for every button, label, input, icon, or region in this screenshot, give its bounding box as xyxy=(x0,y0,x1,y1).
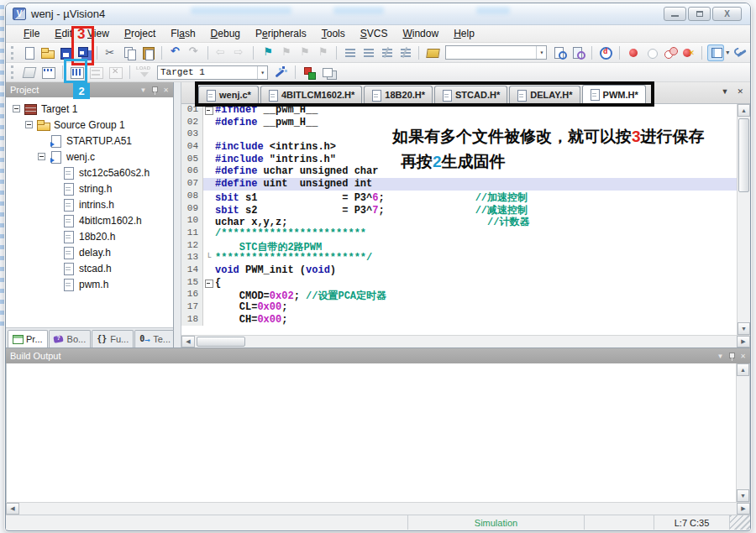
code-editor[interactable]: 01#ifndef __pwm_H__02#define __pwm_H__03… xyxy=(181,104,737,335)
combo-dropdown-icon[interactable]: ▾ xyxy=(536,46,543,59)
disable-breakpoint-button[interactable] xyxy=(644,45,659,60)
options-for-target-button[interactable] xyxy=(273,65,289,80)
close-icon[interactable]: ✕ xyxy=(740,353,746,360)
open-file-button[interactable] xyxy=(39,45,55,60)
code-fold-icon[interactable] xyxy=(203,277,215,290)
close-button[interactable]: X xyxy=(712,7,742,21)
chevron-down-icon[interactable]: ▼ xyxy=(139,86,146,94)
paste-button[interactable] xyxy=(140,45,155,60)
previous-bookmark-button[interactable] xyxy=(278,45,293,60)
panel-tab-te[interactable]: Te... xyxy=(134,330,176,347)
code-line-02[interactable]: 02#define __pwm_H__ xyxy=(181,117,737,129)
tree-item-stcad-h[interactable]: stcad.h xyxy=(6,260,173,276)
panel-tab-fu[interactable]: Fu... xyxy=(92,330,134,347)
resize-grip[interactable] xyxy=(730,515,750,530)
combo-dropdown-icon[interactable]: ▾ xyxy=(257,66,265,79)
indent-right-button[interactable] xyxy=(343,45,358,60)
insert-breakpoint-button[interactable] xyxy=(626,45,641,60)
code-line-18[interactable]: 18 CH=0x00; xyxy=(181,314,737,327)
tree-item-pwm-h[interactable]: pwm.h xyxy=(6,276,173,292)
pin-icon[interactable] xyxy=(728,352,735,361)
menu-tools[interactable]: Tools xyxy=(314,26,353,41)
toolbar-grip[interactable] xyxy=(11,46,16,60)
code-line-05[interactable]: 05#include "intrins.h" xyxy=(181,154,737,166)
stop-build-button[interactable] xyxy=(108,65,123,80)
code-line-08[interactable]: 08sbit s1 = P3^6; //加速控制 xyxy=(181,191,737,203)
tree-item-4bitlcm1602-h[interactable]: 4bitlcm1602.h xyxy=(6,212,173,228)
scroll-right-icon[interactable]: ▶ xyxy=(737,503,750,515)
toolbar-grip[interactable] xyxy=(11,65,16,79)
code-line-14[interactable]: 14void PWM_init (void) xyxy=(181,264,737,277)
collapse-expander-icon[interactable] xyxy=(25,121,33,128)
translate-file-button[interactable] xyxy=(21,65,37,80)
comment-selection-button[interactable] xyxy=(380,45,395,60)
collapse-expander-icon[interactable] xyxy=(38,153,45,160)
editor-vertical-scrollbar[interactable]: ▲ ▼ xyxy=(737,104,750,335)
navigate-back-button[interactable] xyxy=(214,45,229,60)
code-line-15[interactable]: 15{ xyxy=(181,277,737,290)
code-line-07[interactable]: 07#define uint unsigned int xyxy=(181,178,737,191)
menu-project[interactable]: Project xyxy=(117,26,163,41)
editor-tab-4bitlcm1602-h-[interactable]: 4BITLCM1602.H* xyxy=(260,86,362,103)
scroll-right-icon[interactable]: ▶ xyxy=(737,336,750,347)
toggle-bookmark-button[interactable] xyxy=(260,45,275,60)
undo-button[interactable] xyxy=(168,45,183,60)
cut-button[interactable] xyxy=(103,45,118,60)
scroll-down-icon[interactable]: ▼ xyxy=(738,322,750,335)
tree-item-intrins-h[interactable]: intrins.h xyxy=(6,196,173,212)
build-output-text[interactable] xyxy=(7,363,736,502)
code-fold-icon[interactable] xyxy=(203,104,215,117)
batch-build-button[interactable] xyxy=(88,65,104,80)
find-next-button[interactable] xyxy=(552,45,567,60)
enable-breakpoints-button[interactable] xyxy=(663,45,678,60)
rebuild-all-targets-button[interactable] xyxy=(69,65,85,80)
target-select[interactable]: Target 1▾ xyxy=(157,65,268,80)
navigate-forward-button[interactable] xyxy=(233,45,248,60)
menu-file[interactable]: File xyxy=(16,26,47,41)
menu-window[interactable]: Window xyxy=(395,26,446,41)
tree-item-string-h[interactable]: string.h xyxy=(6,180,173,196)
copy-button[interactable] xyxy=(122,45,137,60)
minimize-button[interactable] xyxy=(664,7,686,21)
tree-item-wenj-c[interactable]: wenj.c xyxy=(6,149,173,165)
title-bar[interactable]: V wenj - µVision4 X xyxy=(6,3,750,25)
panel-tab-bo[interactable]: Bo... xyxy=(49,330,92,347)
tab-list-chevron-icon[interactable]: ▼ xyxy=(722,87,729,96)
window-layout-caret-icon[interactable]: ▾ xyxy=(726,49,729,56)
close-icon[interactable]: ✕ xyxy=(163,86,169,94)
tree-item-startup-a51[interactable]: STARTUP.A51 xyxy=(6,133,173,149)
tree-item-source-group-1[interactable]: Source Group 1 xyxy=(6,117,173,133)
incremental-find-button[interactable] xyxy=(570,45,585,60)
code-line-04[interactable]: 04#include <intrins.h> xyxy=(181,141,737,154)
next-bookmark-button[interactable] xyxy=(297,45,312,60)
maximize-button[interactable] xyxy=(688,7,711,21)
file-extensions-button[interactable] xyxy=(321,65,337,80)
scroll-up-icon[interactable]: ▲ xyxy=(737,363,749,376)
scroll-left-icon[interactable]: ◀ xyxy=(6,503,19,515)
panel-tab-pr[interactable]: Pr... xyxy=(8,330,48,347)
tree-item-delay-h[interactable]: delay.h xyxy=(6,244,173,260)
uncomment-selection-button[interactable] xyxy=(398,45,413,60)
kill-all-breakpoints-button[interactable] xyxy=(680,45,696,60)
save-all-button[interactable] xyxy=(76,45,92,60)
editor-tab-18b20-h-[interactable]: 18B20.H* xyxy=(364,86,433,103)
output-horizontal-scrollbar[interactable]: ◀ ▶ xyxy=(6,502,750,515)
editor-tab-wenj-c-[interactable]: wenj.c* xyxy=(198,86,259,103)
download-to-flash-button[interactable] xyxy=(136,65,152,80)
find-in-files-button[interactable] xyxy=(425,45,440,60)
save-button[interactable] xyxy=(58,45,73,60)
indent-left-button[interactable] xyxy=(361,45,376,60)
build-target-button[interactable] xyxy=(40,65,56,80)
editor-tab-stcad-h-[interactable]: STCAD.H* xyxy=(434,86,507,103)
code-line-13[interactable]: 13*************************/ xyxy=(181,252,737,264)
redo-button[interactable] xyxy=(186,45,202,60)
editor-horizontal-scrollbar[interactable]: ◀ ▶ xyxy=(181,335,750,347)
search-combo[interactable]: ▾ xyxy=(445,45,547,60)
editor-tab-pwm-h-[interactable]: PWM.H* xyxy=(582,85,646,103)
menu-peripherals[interactable]: Peripherals xyxy=(248,26,314,41)
manage-components-button[interactable] xyxy=(302,65,318,80)
collapse-expander-icon[interactable] xyxy=(13,105,20,112)
code-line-16[interactable]: 16 CMOD=0x02; //设置PCA定时器 xyxy=(181,289,737,301)
code-line-10[interactable]: 10uchar x,y,z; //计数器 xyxy=(181,215,737,227)
menu-edit[interactable]: Edit xyxy=(47,26,80,41)
